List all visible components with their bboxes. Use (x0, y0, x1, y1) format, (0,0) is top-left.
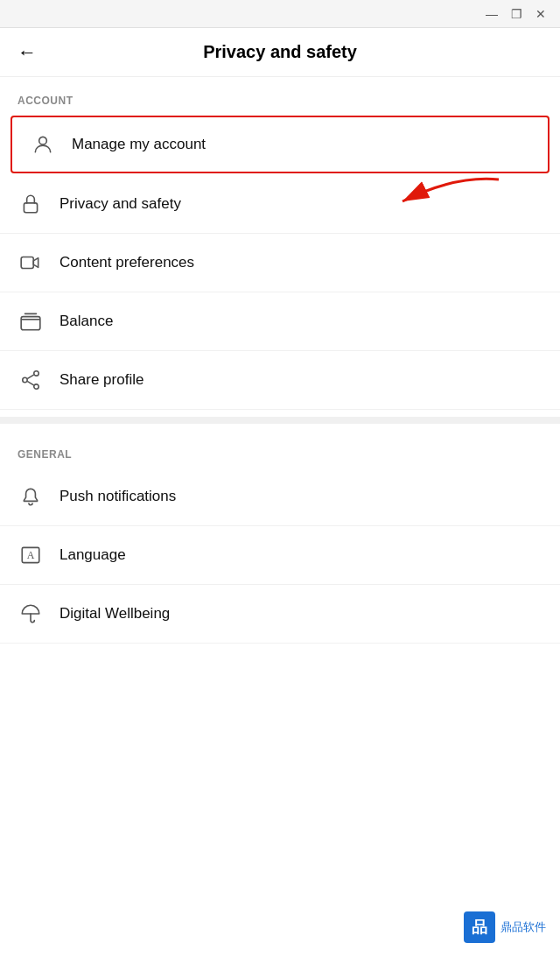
sidebar-item-share-profile[interactable]: Share profile (0, 351, 560, 410)
share-icon (18, 367, 44, 393)
sidebar-item-digital-wellbeing[interactable]: Digital Wellbeing (0, 585, 560, 644)
sidebar-item-language[interactable]: A Language (0, 526, 560, 585)
sidebar-item-manage-account[interactable]: Manage my account (10, 116, 550, 173)
title-bar: — ❐ ✕ (0, 0, 560, 28)
header: ← Privacy and safety (0, 28, 560, 77)
svg-point-0 (39, 137, 47, 144)
push-notifications-label: Push notifications (60, 488, 176, 505)
bell-icon (18, 483, 44, 510)
svg-rect-2 (24, 203, 37, 213)
svg-point-6 (23, 377, 27, 382)
back-button[interactable]: ← (18, 41, 37, 64)
language-label: Language (60, 546, 126, 564)
privacy-safety-label: Privacy and safety (60, 195, 181, 213)
wallet-icon (18, 308, 44, 334)
section-divider (0, 417, 560, 424)
user-icon (30, 131, 56, 158)
minimize-button[interactable]: — (480, 2, 504, 26)
sidebar-item-content-preferences[interactable]: Content preferences (0, 234, 560, 292)
account-section-label: ACCOUNT (0, 77, 560, 114)
svg-line-8 (27, 375, 34, 379)
svg-text:A: A (27, 549, 35, 561)
language-icon: A (18, 542, 44, 568)
svg-point-7 (34, 384, 38, 389)
close-button[interactable]: ✕ (528, 2, 553, 26)
svg-point-5 (34, 371, 38, 376)
video-icon (18, 250, 44, 276)
watermark: 品 鼎品软件 (464, 911, 546, 943)
balance-label: Balance (60, 313, 113, 330)
sidebar-item-balance[interactable]: Balance (0, 292, 560, 351)
restore-button[interactable]: ❐ (504, 2, 528, 26)
lock-icon (18, 191, 44, 217)
svg-rect-4 (21, 317, 40, 330)
sidebar-item-privacy-safety[interactable]: Privacy and safety (0, 175, 560, 234)
watermark-icon: 品 (464, 911, 495, 943)
sidebar-item-push-notifications[interactable]: Push notifications (0, 468, 560, 526)
umbrella-icon (18, 601, 44, 627)
manage-account-label: Manage my account (72, 136, 206, 153)
page-title: Privacy and safety (203, 42, 357, 62)
share-profile-label: Share profile (60, 371, 144, 389)
general-section-label: GENERAL (0, 431, 560, 468)
watermark-icon-text: 品 (472, 917, 487, 938)
svg-line-9 (27, 381, 34, 385)
digital-wellbeing-label: Digital Wellbeing (60, 605, 170, 623)
content-preferences-label: Content preferences (60, 254, 194, 271)
svg-rect-3 (21, 257, 33, 269)
watermark-text: 鼎品软件 (500, 919, 546, 935)
